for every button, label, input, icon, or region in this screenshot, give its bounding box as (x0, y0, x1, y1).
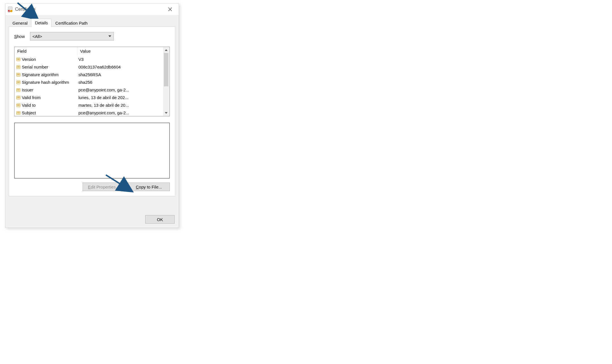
svg-rect-13 (17, 74, 20, 74)
field-value: sha256RSA (78, 72, 101, 77)
tab-region: General Details Certification Path Show … (5, 15, 179, 211)
show-row: Show <All> (14, 32, 170, 40)
edit-properties-button: Edit Properties... (83, 183, 125, 191)
window-title: Certificate (15, 7, 35, 12)
show-combobox-value: <All> (33, 34, 42, 39)
svg-rect-23 (17, 98, 20, 98)
show-label: Show (14, 34, 25, 39)
field-icon (16, 72, 21, 77)
svg-rect-1 (9, 8, 12, 8)
field-value: pce@anypoint.com, ga-2... (78, 87, 129, 92)
ok-button[interactable]: OK (145, 215, 175, 224)
svg-rect-25 (17, 104, 20, 105)
panel-button-row: Edit Properties... Copy to File... (14, 183, 170, 191)
svg-rect-10 (17, 66, 20, 67)
field-name: Valid to (22, 103, 36, 108)
certificate-dialog: Certificate General Details Certificatio… (5, 3, 179, 228)
list-item[interactable]: Signature algorithm sha256RSA (14, 71, 163, 78)
scroll-track[interactable] (163, 53, 169, 110)
column-header-field[interactable]: Field (14, 47, 77, 55)
field-icon (16, 88, 21, 92)
svg-rect-17 (17, 82, 20, 83)
scroll-down-button[interactable] (163, 110, 169, 116)
close-button[interactable] (166, 5, 174, 13)
list-item[interactable]: Subject pce@anypoint.com, ga-2... (14, 109, 163, 116)
field-value: V3 (78, 57, 84, 62)
field-list-body: Version V3 Serial number 008c3137ea62db6… (14, 55, 170, 116)
scroll-up-button[interactable] (163, 47, 169, 53)
field-icon (16, 111, 21, 115)
list-item[interactable]: Version V3 (14, 55, 163, 63)
field-icon (16, 80, 21, 85)
svg-rect-22 (17, 97, 20, 97)
svg-rect-7 (17, 59, 20, 59)
svg-rect-28 (17, 112, 20, 113)
scroll-thumb[interactable] (164, 53, 168, 86)
svg-rect-26 (17, 105, 20, 106)
field-name: Serial number (22, 65, 48, 69)
detail-value-pane (14, 123, 170, 179)
vertical-scrollbar[interactable] (163, 47, 169, 116)
certificate-icon (7, 6, 13, 12)
chevron-down-icon (165, 112, 168, 114)
tab-certification-path[interactable]: Certification Path (52, 19, 91, 27)
column-header-value[interactable]: Value (77, 47, 170, 55)
tab-details[interactable]: Details (31, 19, 52, 27)
svg-rect-5 (11, 10, 12, 12)
spacer (9, 196, 175, 211)
field-name: Subject (22, 110, 36, 115)
svg-rect-8 (17, 59, 20, 60)
list-item[interactable]: Signature hash algorithm sha256 (14, 78, 163, 86)
field-name: Signature hash algorithm (22, 80, 69, 85)
chevron-down-icon (108, 35, 111, 37)
svg-rect-16 (17, 82, 20, 82)
field-name: Version (22, 57, 36, 62)
svg-rect-11 (17, 67, 20, 68)
dialog-footer: OK (5, 211, 179, 228)
field-icon (16, 95, 21, 100)
field-value: lunes, 13 de abril de 202... (78, 95, 129, 100)
field-value: martes, 13 de abril de 20... (78, 103, 129, 108)
list-item[interactable]: Serial number 008c3137ea62db6604 (14, 63, 163, 71)
field-value: pce@anypoint.com, ga-2... (78, 110, 129, 115)
tab-strip: General Details Certification Path (9, 18, 175, 27)
list-item[interactable]: Valid from lunes, 13 de abril de 202... (14, 94, 163, 101)
field-name: Issuer (22, 87, 33, 92)
show-combobox[interactable]: <All> (30, 32, 114, 40)
field-icon (16, 65, 21, 69)
titlebar-left: Certificate (7, 6, 35, 12)
field-icon (16, 103, 21, 108)
field-list: Field Value Version V3 (14, 47, 170, 116)
field-value: sha256 (78, 80, 92, 85)
tab-panel-details: Show <All> Field Value (9, 27, 175, 196)
copy-to-file-button[interactable]: Copy to File... (128, 183, 170, 191)
titlebar: Certificate (5, 4, 179, 15)
svg-rect-29 (17, 113, 20, 114)
field-value: 008c3137ea62db6604 (78, 65, 121, 69)
field-icon (16, 57, 21, 62)
field-name: Valid from (22, 95, 40, 100)
svg-rect-2 (9, 9, 12, 9)
svg-rect-14 (17, 75, 20, 75)
chevron-up-icon (165, 49, 168, 51)
list-item[interactable]: Issuer pce@anypoint.com, ga-2... (14, 86, 163, 94)
tab-general[interactable]: General (9, 19, 31, 27)
field-list-header: Field Value (14, 47, 170, 55)
svg-rect-19 (17, 89, 20, 90)
list-item[interactable]: Valid to martes, 13 de abril de 20... (14, 101, 163, 109)
svg-rect-20 (17, 90, 20, 91)
field-name: Signature algorithm (22, 72, 59, 77)
